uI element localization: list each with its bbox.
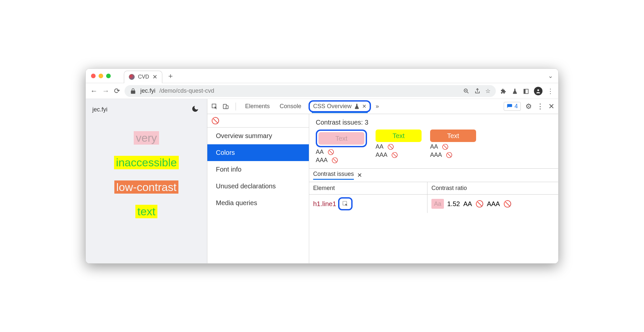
devtools-tabs: Elements Console CSS Overview ✕ » 4 ⚙ ⋮ … xyxy=(207,99,558,114)
url-right-icons: ☆ xyxy=(463,87,491,95)
hover-element-icon[interactable] xyxy=(338,197,353,210)
contrast-card-3[interactable]: Text AA🚫 AAA🚫 xyxy=(430,130,476,164)
reload-button[interactable]: ⟳ xyxy=(114,87,120,95)
more-tabs-icon[interactable]: » xyxy=(376,103,379,110)
tabs-overflow-icon[interactable]: ⌄ xyxy=(548,72,553,80)
contrast-issues-panel: Contrast issues ✕ Element Contrast ratio… xyxy=(309,168,558,213)
extension-icons: ⋮ xyxy=(500,87,554,95)
clear-overview-icon[interactable]: 🚫 xyxy=(207,114,309,128)
row-element: h1.line1 xyxy=(309,195,427,213)
rendered-page: jec.fyi very inaccessible low-contrast t… xyxy=(86,99,207,263)
extensions-icon[interactable] xyxy=(500,87,507,95)
labs-icon[interactable] xyxy=(512,87,518,95)
demo-word-2: inaccessible xyxy=(114,156,179,169)
sidebar-item-unused-declarations[interactable]: Unused declarations xyxy=(207,178,309,195)
url-path: /demo/cds-quest-cvd xyxy=(159,87,214,94)
no-icon: 🚫 xyxy=(328,149,334,155)
swatch-3: Text xyxy=(430,130,476,142)
svg-rect-4 xyxy=(524,89,525,93)
issues-table-head: Element Contrast ratio xyxy=(309,182,558,195)
no-icon: 🚫 xyxy=(446,152,452,158)
no-icon: 🚫 xyxy=(442,144,448,150)
flask-icon xyxy=(354,103,360,110)
window-minimize-button[interactable] xyxy=(99,74,103,78)
browser-toolbar: ← → ⟳ jec.fyi/demo/cds-quest-cvd ☆ ⋮ xyxy=(86,83,558,99)
reading-list-icon[interactable] xyxy=(523,87,529,95)
aaa-label: AAA xyxy=(316,157,328,164)
devtools: Elements Console CSS Overview ✕ » 4 ⚙ ⋮ … xyxy=(207,99,558,263)
dark-mode-toggle[interactable] xyxy=(191,105,200,114)
aaa-label: AAA xyxy=(487,200,500,208)
css-overview-main: Contrast issues: 3 Text AA🚫 AAA🚫 Text AA… xyxy=(309,114,558,263)
contrast-cards: Text AA🚫 AAA🚫 Text AA🚫 AAA🚫 Text AA🚫 xyxy=(309,130,558,168)
issues-table-row[interactable]: h1.line1 Aa 1.52 AA 🚫 AAA xyxy=(309,195,558,213)
inspect-element-icon[interactable] xyxy=(211,103,218,110)
issues-pill[interactable]: 4 xyxy=(504,102,521,111)
devtools-menu-icon[interactable]: ⋮ xyxy=(537,102,544,111)
aaa-label: AAA xyxy=(430,152,442,158)
sidebar-item-overview-summary[interactable]: Overview summary xyxy=(207,128,309,144)
tab-close-icon[interactable]: ✕ xyxy=(152,73,157,81)
site-label: jec.fyi xyxy=(92,106,107,113)
device-toggle-icon[interactable] xyxy=(222,103,229,110)
issues-icon xyxy=(507,104,513,109)
aaa-label: AAA xyxy=(376,152,387,158)
no-icon: 🚫 xyxy=(503,200,512,208)
col-element: Element xyxy=(309,182,427,194)
contrast-heading: Contrast issues: 3 xyxy=(309,114,558,130)
sidebar-item-font-info[interactable]: Font info xyxy=(207,161,309,178)
highlight-swatch: Text xyxy=(316,130,367,147)
forward-button[interactable]: → xyxy=(102,87,109,95)
swatch-1: Text xyxy=(318,132,364,145)
swatch-2: Text xyxy=(376,130,422,142)
content-row: jec.fyi very inaccessible low-contrast t… xyxy=(86,99,558,263)
close-devtools-icon[interactable]: ✕ xyxy=(548,102,554,111)
url-bar[interactable]: jec.fyi/demo/cds-quest-cvd ☆ xyxy=(125,85,496,97)
svg-line-1 xyxy=(467,92,469,93)
row-ratio: Aa 1.52 AA 🚫 AAA 🚫 xyxy=(427,195,558,213)
issues-tab-close-icon[interactable]: ✕ xyxy=(357,172,362,179)
window-controls xyxy=(91,74,111,78)
no-icon: 🚫 xyxy=(332,157,338,163)
new-tab-button[interactable]: ＋ xyxy=(167,71,174,81)
svg-point-5 xyxy=(537,89,539,91)
element-selector: h1.line1 xyxy=(313,200,336,208)
demo-word-4: text xyxy=(135,205,157,218)
no-icon: 🚫 xyxy=(475,200,484,208)
tab-elements[interactable]: Elements xyxy=(242,100,272,113)
window-close-button[interactable] xyxy=(91,74,96,78)
settings-icon[interactable]: ⚙ xyxy=(525,102,532,111)
page-words: very inaccessible low-contrast text xyxy=(86,120,207,263)
tab-css-overview-label: CSS Overview xyxy=(313,103,352,110)
aa-label: AA xyxy=(376,143,383,150)
tab-favicon-icon xyxy=(129,74,135,80)
sidebar-item-colors[interactable]: Colors xyxy=(207,144,309,161)
tab-css-overview[interactable]: CSS Overview ✕ xyxy=(309,100,371,112)
contrast-card-2[interactable]: Text AA🚫 AAA🚫 xyxy=(376,130,422,164)
titlebar: CVD ✕ ＋ ⌄ xyxy=(86,69,558,83)
devtools-body: 🚫 Overview summary Colors Font info Unus… xyxy=(207,114,558,263)
window-zoom-button[interactable] xyxy=(106,74,111,78)
browser-tab[interactable]: CVD ✕ xyxy=(124,71,162,83)
sidebar-item-media-queries[interactable]: Media queries xyxy=(207,195,309,211)
bookmark-icon[interactable]: ☆ xyxy=(485,87,491,95)
aa-label: AA xyxy=(430,143,438,150)
tab-close-icon[interactable]: ✕ xyxy=(362,103,366,109)
contrast-card-1[interactable]: Text AA🚫 AAA🚫 xyxy=(316,130,367,164)
page-header: jec.fyi xyxy=(86,99,207,120)
share-icon[interactable] xyxy=(474,87,481,94)
tab-title: CVD xyxy=(138,74,149,80)
lock-icon xyxy=(130,88,136,94)
profile-avatar-icon[interactable] xyxy=(534,87,542,95)
tab-console[interactable]: Console xyxy=(277,100,304,113)
no-icon: 🚫 xyxy=(391,152,398,158)
issues-tab-label[interactable]: Contrast issues xyxy=(313,171,354,180)
zoom-icon[interactable] xyxy=(463,87,470,94)
col-ratio: Contrast ratio xyxy=(427,182,558,194)
browser-menu-icon[interactable]: ⋮ xyxy=(547,87,554,95)
aa-label: AA xyxy=(316,149,324,155)
browser-window: CVD ✕ ＋ ⌄ ← → ⟳ jec.fyi/demo/cds-quest-c… xyxy=(85,68,559,264)
aa-label: AA xyxy=(463,200,472,208)
css-overview-sidebar: 🚫 Overview summary Colors Font info Unus… xyxy=(207,114,309,263)
back-button[interactable]: ← xyxy=(90,87,98,95)
